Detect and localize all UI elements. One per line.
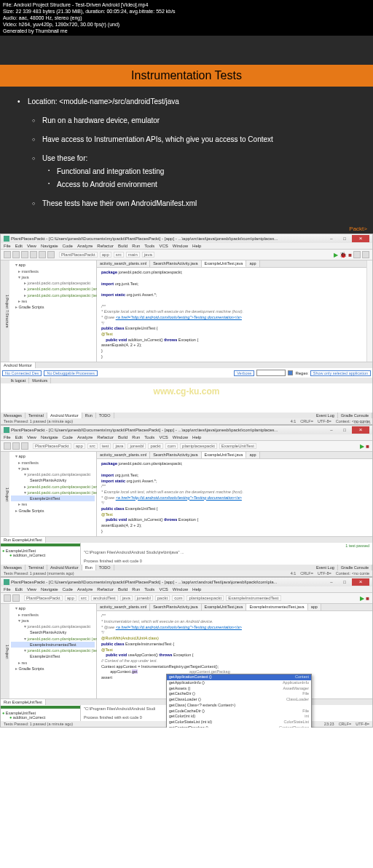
completion-item[interactable]: getColor(int id)int bbox=[167, 714, 311, 720]
undo-icon[interactable] bbox=[21, 251, 28, 258]
ide-window-1: PlantPlacesPackt - [C:\Users\jonesbl\Doc… bbox=[0, 234, 373, 425]
completion-item[interactable]: getApplicationContext ()Context bbox=[167, 674, 311, 680]
packt-logo: Packt> bbox=[349, 226, 367, 232]
window-titlebar[interactable]: PlantPlacesPackt - [C:\Users\jonesbl\Doc… bbox=[1, 234, 372, 243]
window-titlebar[interactable]: PlantPlacesPackt - [C:\Users\jonesbl\Doc… bbox=[1, 426, 372, 434]
completion-item[interactable]: getCodeCacheDir ()File bbox=[167, 709, 311, 714]
ide-window-3: PlantPlacesPackt - [C:\Users\jonesbl\Doc… bbox=[0, 577, 373, 728]
toolbar: PlantPlacesPacktappsrcmainjava ▶ 🐞 ■ bbox=[1, 250, 372, 260]
editor-pane: activity_search_plants.xml SearchPlantsA… bbox=[97, 260, 366, 362]
filter-dropdown[interactable]: Show only selected application bbox=[310, 370, 371, 376]
tab-activity-xml[interactable]: activity_search_plants.xml bbox=[97, 260, 150, 267]
watermark: www.cg-ku.com bbox=[154, 386, 220, 397]
tab-instrumented-test[interactable]: ExampleInstrumentedTest.java bbox=[246, 604, 307, 610]
search-icon[interactable] bbox=[362, 251, 369, 258]
tab-search-activity[interactable]: SearchPlantsActivity.java bbox=[150, 260, 201, 267]
editor-tabs[interactable]: activity_search_plants.xml SearchPlantsA… bbox=[97, 260, 366, 268]
tool-window-tabs-left[interactable]: 1:Project 7:Structure bbox=[1, 260, 9, 362]
run-panel: Run ExampleUnitTest ExampleUnitTest addi… bbox=[1, 536, 372, 570]
test-result[interactable]: addition_isCorrect bbox=[2, 553, 79, 557]
test-tree[interactable]: ExampleUnitTest addition_isCorrect bbox=[1, 547, 80, 559]
project-tree[interactable]: app manifests java jonesbl.packt.com.pla… bbox=[9, 604, 97, 698]
completion-item[interactable]: getColorStateList (int id)ColorStateList bbox=[167, 720, 311, 725]
app-icon bbox=[4, 427, 9, 433]
breadcrumb[interactable]: PlantPlacesPacktappsrcandroidTestjavajon… bbox=[24, 595, 281, 601]
completion-item[interactable]: getClassLoader ()ClassLoader bbox=[167, 697, 311, 703]
video-metadata: File: Android Project Structure - Test-D… bbox=[0, 0, 373, 36]
completion-item[interactable]: getApplicationInfo ()ApplicationInfo bbox=[167, 680, 311, 686]
tree-search-plants[interactable]: SearchPlantsActivity bbox=[11, 477, 95, 483]
stop-icon[interactable]: ■ bbox=[348, 252, 352, 258]
right-gutter bbox=[366, 260, 372, 362]
code-editor[interactable]: package jonesbl.packt.com.plantplacespac… bbox=[97, 459, 372, 536]
menu-bar[interactable]: FileEditViewNavigateCodeAnalyzeRefactorB… bbox=[1, 243, 372, 250]
open-icon[interactable] bbox=[4, 251, 11, 258]
test-progress-bar bbox=[1, 544, 80, 546]
device-dropdown[interactable]: No Connected Dev bbox=[2, 370, 42, 376]
project-tree[interactable]: app manifests java jonesbl.packt.com.pla… bbox=[9, 452, 97, 536]
tree-instrumented-test[interactable]: ExampleInstrumentedTest bbox=[11, 642, 95, 648]
code-editor[interactable]: package package jonesbl.packt.com.plantp… bbox=[97, 268, 366, 362]
close-button[interactable]: × bbox=[352, 235, 369, 242]
project-tree[interactable]: app manifests java jonesbl.packt.com.pla… bbox=[9, 260, 97, 362]
ide-window-2: PlantPlacesPackt - [C:\Users\jonesbl\Doc… bbox=[0, 425, 373, 577]
code-completion-popup[interactable]: getApplicationContext ()Context getAppli… bbox=[166, 674, 312, 728]
tab-app[interactable]: app bbox=[246, 260, 259, 267]
slide-title: Instrumentation Tests bbox=[0, 65, 373, 87]
run-icon[interactable]: ▶ bbox=[360, 595, 364, 602]
menu-bar[interactable]: FileEditViewNavigateCodeAnalyzeRefactorB… bbox=[1, 586, 372, 593]
save-icon[interactable] bbox=[12, 251, 20, 258]
minimize-button[interactable]: – bbox=[326, 236, 337, 241]
toolbar: PlantPlacesPacktappsrctestjavajonesblpac… bbox=[1, 441, 372, 452]
tab-example-unit-test[interactable]: ExampleUnitTest.java bbox=[202, 260, 247, 267]
bullet-location: Location: <module-name>/src/androidTest/… bbox=[15, 95, 358, 108]
log-filter-input[interactable] bbox=[256, 370, 286, 376]
presentation-slide: Instrumentation Tests Location: <module-… bbox=[0, 36, 373, 234]
close-button[interactable]: × bbox=[352, 578, 369, 586]
breadcrumb[interactable]: PlantPlacesPacktappsrcmainjava bbox=[59, 252, 154, 258]
completion-item[interactable]: getCacheDir ()File bbox=[167, 691, 311, 697]
tree-app[interactable]: app bbox=[11, 262, 95, 268]
timestamp: 00:02:31 bbox=[354, 420, 371, 583]
completion-item[interactable]: getAssets ()AssetManager bbox=[167, 686, 311, 692]
window-titlebar[interactable]: PlantPlacesPackt - [C:\Users\jonesbl\Doc… bbox=[1, 578, 372, 586]
status-bar: Tests Passed: 1 passed (moments ago) 4:1… bbox=[1, 570, 372, 576]
status-bar: Tests Passed: 1 passed (a minute ago) 4:… bbox=[1, 418, 372, 424]
code-editor[interactable]: /** * Instrumentation test, which will e… bbox=[97, 611, 372, 698]
run-icon[interactable]: ▶ bbox=[334, 252, 338, 258]
maximize-button[interactable]: □ bbox=[339, 236, 350, 241]
app-icon bbox=[4, 236, 9, 242]
debug-icon[interactable]: 🐞 bbox=[339, 252, 347, 258]
console-output[interactable]: "C:\Program Files\Android\Android Studio… bbox=[81, 549, 372, 565]
process-dropdown[interactable]: No Debuggable Processes bbox=[44, 370, 97, 376]
breadcrumb[interactable]: PlantPlacesPacktappsrctestjavajonesblpac… bbox=[33, 443, 256, 449]
tree-example-unit-test[interactable]: ExampleUnitTest bbox=[11, 495, 95, 501]
regex-checkbox[interactable] bbox=[288, 370, 293, 375]
completion-item[interactable]: getClass( Class<? extends Context>) bbox=[167, 703, 311, 709]
app-icon bbox=[4, 579, 9, 585]
redo-icon[interactable] bbox=[30, 251, 37, 258]
completion-item[interactable]: getContentResolver ()ContentResolver bbox=[167, 725, 311, 728]
tests-passed-label: 1 test passed bbox=[81, 543, 372, 549]
android-monitor-panel: Android Monitor No Connected Dev No Debu… bbox=[1, 362, 372, 418]
tab-run[interactable]: Run ExampleUnitTest bbox=[1, 537, 46, 543]
tab-android-monitor[interactable]: Android Monitor bbox=[1, 362, 36, 368]
log-level-dropdown[interactable]: Verbose bbox=[234, 370, 254, 376]
menu-bar[interactable]: FileEditViewNavigateCodeAnalyzeRefactorB… bbox=[1, 434, 372, 441]
toolbar: PlantPlacesPacktappsrcandroidTestjavajon… bbox=[1, 593, 372, 604]
